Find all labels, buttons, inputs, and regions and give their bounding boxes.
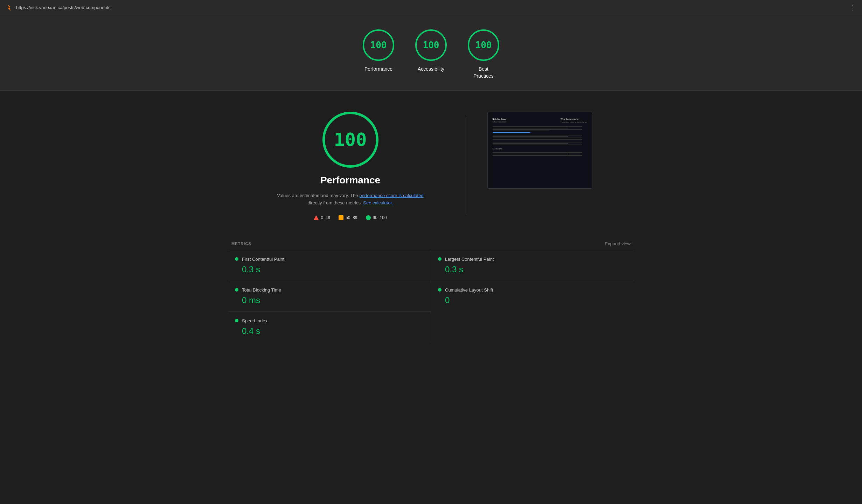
legend-item-fail: 0–49 xyxy=(314,215,330,220)
site-screenshot: Nick Van Exan Software Developer Web Com… xyxy=(487,112,592,189)
metrics-section: METRICS Expand view First Contentful Pai… xyxy=(228,241,634,342)
screenshot-text-block-3 xyxy=(493,142,587,145)
performance-description: Values are estimated and may vary. The p… xyxy=(273,192,427,207)
performance-left-panel: 100 Performance Values are estimated and… xyxy=(256,112,445,220)
average-range: 50–89 xyxy=(346,215,357,220)
browser-url: https://nick.vanexan.ca/posts/web-compon… xyxy=(16,5,111,10)
performance-score-link[interactable]: performance score is calculated xyxy=(359,193,424,198)
metric-value-fcp: 0.3 s xyxy=(235,265,424,274)
main-content: 100 Performance Values are estimated and… xyxy=(221,91,641,356)
performance-section: 100 Performance Values are estimated and… xyxy=(228,112,634,220)
good-icon xyxy=(366,215,371,220)
score-circle-best-practices: 100 xyxy=(468,29,499,61)
metric-value-cls: 0 xyxy=(438,295,627,305)
vertical-divider xyxy=(466,117,466,215)
browser-bar: https://nick.vanexan.ca/posts/web-compon… xyxy=(0,0,862,15)
metric-value-tbt: 0 ms xyxy=(235,295,424,305)
metric-name-cls: Cumulative Layout Shift xyxy=(445,287,493,293)
metrics-header: METRICS Expand view xyxy=(228,241,634,246)
performance-right-panel: Nick Van Exan Software Developer Web Com… xyxy=(487,112,606,189)
performance-title: Performance xyxy=(320,175,380,186)
metric-dot-fcp xyxy=(235,257,238,261)
score-label-best-practices: BestPractices xyxy=(473,66,494,79)
big-score-circle: 100 xyxy=(322,112,378,168)
legend-item-average: 50–89 xyxy=(339,215,357,220)
metric-name-si: Speed Index xyxy=(242,318,267,323)
desc-mid: directly from these metrics. xyxy=(307,200,363,205)
score-circle-performance: 100 xyxy=(363,29,394,61)
score-card-performance: 100 Performance xyxy=(363,29,394,79)
score-cards-section: 100 Performance 100 Accessibility 100 Be… xyxy=(0,15,862,91)
metric-name-fcp: First Contentful Paint xyxy=(242,257,284,262)
see-calculator-link[interactable]: See calculator. xyxy=(363,200,393,205)
browser-menu-icon[interactable]: ⋮ xyxy=(850,4,856,12)
metric-dot-tbt xyxy=(235,288,238,292)
metric-item-lcp: Largest Contentful Paint 0.3 s xyxy=(431,250,634,281)
metrics-grid: First Contentful Paint 0.3 s Largest Con… xyxy=(228,250,634,342)
svg-marker-0 xyxy=(8,5,11,10)
metric-item-si: Speed Index 0.4 s xyxy=(228,312,431,342)
metric-name-lcp: Largest Contentful Paint xyxy=(445,257,494,262)
score-legend: 0–49 50–89 90–100 xyxy=(314,215,387,220)
metrics-title: METRICS xyxy=(231,241,251,246)
fail-icon xyxy=(314,215,319,220)
expand-view-button[interactable]: Expand view xyxy=(605,241,631,246)
score-card-best-practices: 100 BestPractices xyxy=(468,29,499,79)
good-range: 90–100 xyxy=(373,215,387,220)
metric-item-cls: Cumulative Layout Shift 0 xyxy=(431,281,634,312)
desc-prefix: Values are estimated and may vary. The xyxy=(277,193,358,198)
screenshot-heading: Web Components xyxy=(561,118,587,121)
screenshot-section-title: Expressive xyxy=(493,147,587,150)
screenshot-subtitle: These ideas getting familiar in the mix xyxy=(561,121,587,124)
metric-item-tbt: Total Blocking Time 0 ms xyxy=(228,281,431,312)
legend-item-good: 90–100 xyxy=(366,215,387,220)
score-card-accessibility: 100 Accessibility xyxy=(415,29,447,79)
metric-value-lcp: 0.3 s xyxy=(438,265,627,274)
screenshot-text-block-1 xyxy=(493,126,587,133)
fail-range: 0–49 xyxy=(321,215,330,220)
score-label-accessibility: Accessibility xyxy=(418,66,444,73)
screenshot-text-block-2 xyxy=(493,135,587,140)
screenshot-sub: Software Developer xyxy=(493,121,507,123)
score-label-performance: Performance xyxy=(364,66,392,73)
screenshot-text-block-4 xyxy=(493,152,587,156)
metric-dot-si xyxy=(235,319,238,322)
metric-dot-cls xyxy=(438,288,442,292)
metric-name-tbt: Total Blocking Time xyxy=(242,287,281,293)
average-icon xyxy=(339,215,343,220)
site-favicon xyxy=(6,4,13,11)
score-circle-accessibility: 100 xyxy=(415,29,447,61)
metric-value-si: 0.4 s xyxy=(235,326,424,336)
metric-dot-lcp xyxy=(438,257,442,261)
metric-item-fcp: First Contentful Paint 0.3 s xyxy=(228,250,431,281)
screenshot-name: Nick Van Exan xyxy=(493,118,507,121)
